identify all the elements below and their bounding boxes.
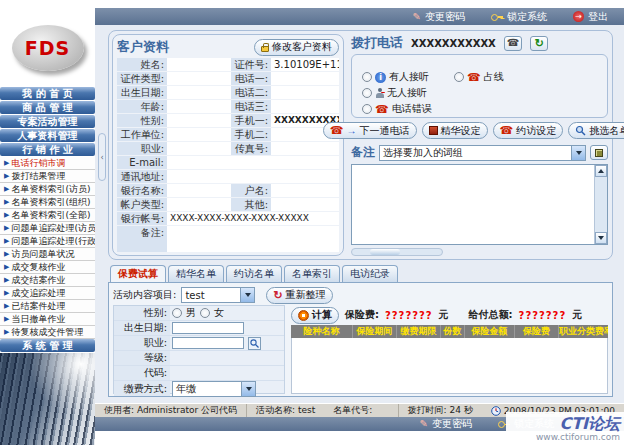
horizontal-scrollbar[interactable]	[351, 248, 443, 256]
pay-method-select[interactable]: 年缴	[172, 381, 256, 397]
scroll-up-button[interactable]	[595, 165, 607, 177]
scroll-down-button[interactable]	[595, 232, 607, 244]
job-search-icon[interactable]	[248, 337, 261, 350]
radio-circle[interactable]	[362, 72, 372, 82]
next-call-button[interactable]: ☎→下一通电话	[323, 122, 417, 139]
memo-field[interactable]	[167, 226, 339, 252]
chevron-down-icon[interactable]	[571, 146, 585, 160]
phrase-select[interactable]: 选择要加入的词组	[379, 145, 586, 161]
sidebar-section-system[interactable]: 系 统 管 理	[0, 339, 95, 352]
radio-no-answer[interactable]: 无人接听	[362, 85, 454, 101]
phone1-field[interactable]	[271, 72, 339, 85]
phone3-field[interactable]	[271, 100, 339, 113]
change-password-button-bottom[interactable]: ✎ 变更密码	[420, 417, 472, 431]
customer-row: 银行帐号:XXXX-XXXX-XXXX-XXXX-XXXXX	[117, 212, 339, 225]
address-field[interactable]	[167, 170, 339, 183]
sidebar-item-list-index-org[interactable]: ▶名单资料索引(组织)	[0, 196, 95, 209]
sidebar-item-telemarketing[interactable]: ▶电话行销市调	[0, 157, 95, 170]
fax-field[interactable]	[271, 142, 339, 155]
lock-icon	[261, 46, 269, 52]
bank-name-field[interactable]	[167, 184, 231, 197]
edit-customer-button[interactable]: 修改客户资料	[254, 39, 339, 56]
activity-select[interactable]: test	[181, 287, 255, 303]
redial-button[interactable]: ↻	[530, 36, 548, 51]
account-type-field[interactable]	[167, 198, 231, 211]
sidebar-section-marketing[interactable]: 行 销 作 业	[0, 143, 95, 156]
watermark: CTI论坛 www.ctiforum.com	[506, 412, 624, 445]
customer-info-panel: 客户资料 修改客户资料 姓名:证件号:3.10109E+11 证件类型:电话一:…	[112, 34, 344, 256]
occupation-field[interactable]	[167, 142, 231, 155]
tab-appointment-list[interactable]: 约访名单	[226, 265, 282, 282]
sidebar-item-issue-track-admin[interactable]: ▶问题单追踪处理(行政)	[0, 235, 95, 248]
total-value: ???????	[519, 310, 567, 321]
tab-elite-list[interactable]: 精华名单	[168, 265, 224, 282]
radio-circle[interactable]	[362, 88, 372, 98]
sidebar-item-deal-tracking[interactable]: ▶成交追踪处理	[0, 287, 95, 300]
app-window: ✎ 变更密码 锁定系统 → 登出 FDS 我 的 首 页 商 品 管 理 专案活…	[0, 0, 624, 445]
sidebar-collapse-handle[interactable]: ‹	[98, 133, 106, 181]
sidebar-item-pending-review[interactable]: ▶待复核成交件管理	[0, 326, 95, 339]
sidebar-section-hr[interactable]: 人事资料管理	[0, 129, 95, 142]
age-field[interactable]	[167, 100, 231, 113]
arrow-icon: ▶	[4, 250, 9, 258]
refresh-button[interactable]: ↻ 重新整理	[266, 287, 332, 304]
id-type-field[interactable]	[167, 72, 231, 85]
radio-circle[interactable]	[454, 72, 464, 82]
pick-list-button[interactable]: 挑选名单	[568, 122, 624, 139]
arrow-icon: ▶	[4, 328, 9, 336]
job-input[interactable]	[172, 337, 244, 349]
customer-row: 年龄:电话三:	[117, 100, 339, 113]
employer-field[interactable]	[167, 128, 231, 141]
gender-row: 性别: 男 女	[114, 306, 284, 321]
radio-answered[interactable]: i 有人接听	[362, 69, 454, 85]
sidebar-section-home[interactable]: 我 的 首 页	[0, 87, 95, 100]
sidebar-item-call-results[interactable]: ▶拨打结果管理	[0, 170, 95, 183]
female-radio[interactable]	[200, 308, 210, 318]
radio-wrong-number[interactable]: ☎ 电话错误	[362, 101, 599, 117]
sidebar-item-deal-close[interactable]: ▶成交结案作业	[0, 274, 95, 287]
watermark-url: www.ctiforum.com	[536, 432, 620, 442]
arrow-icon: ▶	[4, 263, 9, 271]
scrollbar-thumb[interactable]	[370, 249, 400, 255]
account-holder-field[interactable]	[271, 184, 339, 197]
phone2-field[interactable]	[271, 86, 339, 99]
sidebar-item-issue-track-agent[interactable]: ▶问题单追踪处理(访员)	[0, 222, 95, 235]
sidebar-item-list-index-agent[interactable]: ▶名单资料索引(访员)	[0, 183, 95, 196]
chevron-down-icon[interactable]	[240, 288, 254, 302]
dial-phone-button[interactable]: ☎	[504, 36, 522, 51]
tab-list-index[interactable]: 名单索引	[284, 265, 340, 282]
birth-field[interactable]	[167, 86, 231, 99]
name-field[interactable]	[167, 58, 231, 71]
other-field[interactable]	[271, 198, 339, 211]
birth-input[interactable]	[172, 322, 244, 334]
status-activity: 活动名称: test	[246, 404, 324, 417]
save-phrase-button[interactable]	[590, 145, 608, 160]
bank-account-field[interactable]: XXXX-XXXX-XXXX-XXXX-XXXXX	[167, 212, 339, 225]
sidebar-section-campaigns[interactable]: 专案活动管理	[0, 115, 95, 128]
status-list-code: 名单代号:	[324, 404, 381, 417]
note-textarea[interactable]	[351, 164, 608, 245]
id-number-field[interactable]: 3.10109E+11	[271, 58, 339, 71]
sidebar-item-list-index-all[interactable]: ▶名单资料索引(全部)	[0, 209, 95, 222]
male-radio[interactable]	[172, 308, 182, 318]
tab-call-records[interactable]: 电访纪录	[342, 265, 398, 282]
email-field[interactable]	[167, 156, 339, 169]
lock-system-button[interactable]: 锁定系统	[491, 10, 547, 24]
elite-settings-button[interactable]: 精华设定	[422, 122, 488, 139]
chevron-down-icon[interactable]	[241, 382, 255, 396]
radio-circle[interactable]	[362, 104, 372, 114]
sidebar-item-closed-cases[interactable]: ▶已结案件处理	[0, 300, 95, 313]
tab-premium-calc[interactable]: 保费试算	[110, 265, 166, 282]
sidebar-section-products[interactable]: 商 品 管 理	[0, 101, 95, 114]
sidebar-item-same-day-cancel[interactable]: ▶当日撤单作业	[0, 313, 95, 326]
pencil-icon: ✎	[420, 419, 428, 429]
appointment-settings-button[interactable]: ☎约访设定	[493, 122, 564, 139]
logout-button[interactable]: → 登出	[573, 10, 608, 24]
sidebar-item-agent-issue-status[interactable]: ▶访员问题单状况	[0, 248, 95, 261]
sidebar-item-deal-review[interactable]: ▶成交复核作业	[0, 261, 95, 274]
vertical-scrollbar[interactable]	[594, 165, 607, 244]
change-password-button[interactable]: ✎ 变更密码	[413, 10, 465, 24]
radio-busy[interactable]: ☎ 占线	[454, 69, 530, 85]
calculate-button[interactable]: 计算	[291, 307, 339, 324]
gender-field[interactable]	[167, 114, 231, 127]
